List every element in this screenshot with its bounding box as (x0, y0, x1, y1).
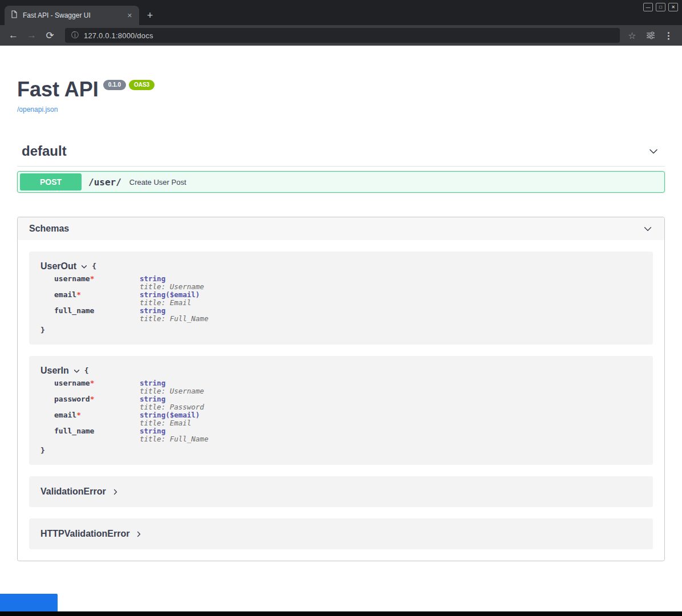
schemas-body: UserOut { username* string title: Userna… (18, 240, 664, 561)
property-type: string (140, 395, 208, 403)
tab-close-icon[interactable]: ✕ (125, 11, 135, 21)
model-userin: UserIn { username* string title: Usernam… (29, 356, 653, 465)
property-type: string (140, 427, 208, 435)
required-star: * (76, 411, 81, 419)
property-name: username (54, 274, 90, 283)
property-type: string (140, 275, 208, 283)
close-button[interactable]: ✕ (668, 3, 678, 11)
browser-menu-icon[interactable]: ⋮ (661, 28, 676, 43)
property-row: email* string($email) title: Email (54, 411, 208, 427)
model-head: UserIn { (40, 366, 642, 376)
chevron-down-icon[interactable] (80, 263, 88, 270)
property-type: string (140, 379, 208, 387)
open-brace: { (84, 367, 89, 375)
api-info: Fast API 0.1.0 OAS3 /openapi.json (17, 46, 665, 114)
property-name: email (54, 411, 76, 419)
schemas-section: Schemas UserOut { (17, 217, 665, 561)
property-title-attr: title: Username (140, 283, 208, 291)
window-controls: — □ ✕ (643, 3, 678, 11)
title-badges: 0.1.0 OAS3 (103, 80, 155, 90)
endpoint-post-user[interactable]: POST /user/ Create User Post (17, 171, 665, 193)
bookmark-star-icon[interactable]: ☆ (624, 28, 640, 43)
schemas-title: Schemas (29, 224, 69, 234)
tabstrip: Fast API - Swagger UI ✕ + (5, 6, 159, 25)
minimize-button[interactable]: — (643, 3, 653, 11)
property-title-attr: title: Password (140, 403, 208, 411)
swagger-page: Fast API 0.1.0 OAS3 /openapi.json defaul… (0, 46, 682, 611)
model-validationerror[interactable]: ValidationError (29, 476, 653, 507)
required-star: * (90, 274, 95, 283)
chevron-down-icon[interactable] (648, 145, 659, 157)
tune-icon[interactable] (643, 28, 658, 43)
schemas-header[interactable]: Schemas (18, 217, 664, 240)
page-title: Fast API 0.1.0 OAS3 (17, 77, 665, 102)
browser-tab[interactable]: Fast API - Swagger UI ✕ (5, 6, 139, 25)
property-row: username* string title: Username (54, 275, 208, 291)
chevron-down-icon[interactable] (73, 367, 80, 375)
property-title-attr: title: Full_Name (140, 315, 208, 323)
model-userout: UserOut { username* string title: Userna… (29, 252, 653, 345)
property-type: string (140, 307, 208, 315)
open-brace: { (92, 262, 96, 270)
version-badge: 0.1.0 (103, 80, 126, 90)
model-head: UserOut { (40, 261, 642, 271)
close-brace: } (40, 326, 642, 334)
required-star: * (90, 395, 95, 403)
model-properties: username* string title: Username email* … (54, 275, 208, 323)
required-star: * (76, 290, 81, 299)
back-icon[interactable]: ← (6, 28, 21, 43)
property-name: full_name (54, 306, 94, 315)
model-title: ValidationError (40, 487, 106, 497)
model-httpvalidationerror[interactable]: HTTPValidationError (29, 518, 653, 549)
maximize-button[interactable]: □ (656, 3, 665, 11)
page-icon (10, 10, 18, 21)
reload-icon[interactable]: ⟳ (42, 28, 58, 43)
property-type: string($email) (140, 291, 208, 299)
property-title-attr: title: Full_Name (140, 435, 208, 443)
property-row: username* string title: Username (54, 379, 208, 395)
chevron-right-icon (135, 530, 143, 538)
endpoint-summary: Create User Post (129, 178, 186, 187)
model-title[interactable]: UserIn (40, 366, 69, 376)
property-type: string($email) (140, 411, 208, 419)
minimize-icon: — (646, 5, 651, 10)
chevron-down-icon[interactable] (643, 224, 653, 234)
status-bubble (0, 594, 58, 611)
property-title-attr: title: Username (140, 387, 208, 395)
model-title: HTTPValidationError (40, 529, 129, 539)
property-row: email* string($email) title: Email (54, 291, 208, 307)
property-name: username (54, 379, 90, 387)
tab-title: Fast API - Swagger UI (23, 11, 120, 19)
forward-icon[interactable]: → (24, 28, 39, 43)
property-name: password (54, 395, 90, 403)
property-row: password* string title: Password (54, 395, 208, 411)
required-star: * (90, 379, 95, 387)
maximize-icon: □ (659, 5, 662, 10)
address-bar[interactable]: ⓘ 127.0.0.1:8000/docs (65, 28, 620, 43)
toolbar-right: ☆ ⋮ (624, 28, 676, 43)
titlebar: — □ ✕ Fast API - Swagger UI ✕ + (0, 0, 682, 25)
property-row: full_name string title: Full_Name (54, 307, 208, 323)
model-properties: username* string title: Username passwor… (54, 379, 208, 443)
chevron-right-icon (112, 488, 119, 496)
oas3-badge: OAS3 (129, 80, 155, 90)
api-title-text: Fast API (17, 77, 99, 102)
property-name: email (54, 290, 76, 299)
property-title-attr: title: Email (140, 299, 208, 307)
tag-title: default (22, 143, 67, 159)
openapi-spec-link[interactable]: /openapi.json (17, 106, 58, 114)
new-tab-button[interactable]: + (141, 7, 159, 23)
close-brace: } (40, 447, 642, 455)
tag-section-default[interactable]: default (17, 143, 665, 167)
window-bottom-edge (0, 611, 682, 616)
property-row: full_name string title: Full_Name (54, 427, 208, 443)
site-info-icon[interactable]: ⓘ (71, 30, 79, 40)
method-badge: POST (20, 173, 82, 191)
url-text: 127.0.0.1:8000/docs (84, 31, 153, 40)
model-title[interactable]: UserOut (40, 261, 76, 271)
property-name: full_name (54, 427, 94, 435)
browser-window: — □ ✕ Fast API - Swagger UI ✕ + ← → ⟳ ⓘ … (0, 0, 682, 616)
endpoint-path: /user/ (88, 177, 121, 188)
property-title-attr: title: Email (140, 419, 208, 427)
close-icon: ✕ (671, 5, 675, 10)
